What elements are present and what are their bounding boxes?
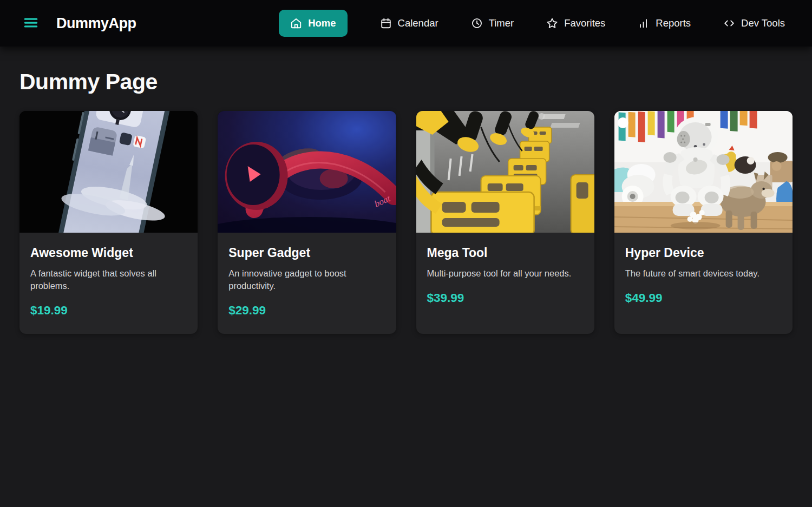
- product-image-yellow-bikes: [416, 111, 594, 233]
- bar-chart-icon: [638, 17, 650, 29]
- product-price: $29.99: [228, 304, 385, 318]
- nav-item-reports[interactable]: Reports: [638, 17, 691, 29]
- home-icon: [290, 17, 302, 29]
- nav-label: Home: [308, 17, 336, 29]
- clock-icon: [471, 17, 483, 29]
- main-nav: Home Calendar Timer: [279, 10, 785, 37]
- product-card-body: Mega Tool Multi-purpose tool for all you…: [416, 233, 594, 321]
- product-price: $39.99: [427, 291, 584, 305]
- nav-label: Calendar: [398, 17, 438, 29]
- page-title: Dummy Page: [19, 69, 793, 95]
- product-card-awesome-widget: Awesome Widget A fantastic widget that s…: [19, 111, 198, 334]
- product-card-body: Super Gadget An innovative gadget to boo…: [218, 233, 396, 334]
- product-name: Awesome Widget: [30, 246, 187, 260]
- app-title: DummyApp: [56, 15, 136, 32]
- app-header: DummyApp Home Calendar: [0, 0, 812, 47]
- nav-label: Favorites: [564, 17, 605, 29]
- product-image-smartphone: [19, 111, 198, 233]
- product-description: Multi-purpose tool for all your needs.: [427, 267, 584, 280]
- nav-item-timer[interactable]: Timer: [471, 17, 514, 29]
- nav-item-favorites[interactable]: Favorites: [546, 17, 605, 29]
- product-card-super-gadget: boat Super Gadget An innovative gadget t…: [218, 111, 396, 334]
- nav-item-calendar[interactable]: Calendar: [380, 17, 438, 29]
- product-description: A fantastic widget that solves all probl…: [30, 267, 187, 292]
- product-image-robot: [614, 111, 793, 233]
- product-description: The future of smart devices today.: [625, 267, 782, 280]
- product-name: Mega Tool: [427, 246, 584, 260]
- product-card-hyper-device: Hyper Device The future of smart devices…: [614, 111, 793, 334]
- product-image-headphones: boat: [218, 111, 396, 233]
- hamburger-icon: [23, 15, 39, 32]
- product-card-body: Hyper Device The future of smart devices…: [614, 233, 793, 321]
- product-price: $49.99: [625, 291, 782, 305]
- product-card-body: Awesome Widget A fantastic widget that s…: [19, 233, 198, 334]
- nav-label: Dev Tools: [741, 17, 785, 29]
- product-description: An innovative gadget to boost productivi…: [228, 267, 385, 292]
- product-name: Super Gadget: [228, 246, 385, 260]
- calendar-icon: [380, 17, 392, 29]
- menu-button[interactable]: [21, 12, 41, 35]
- product-grid: Awesome Widget A fantastic widget that s…: [19, 111, 793, 334]
- star-icon: [546, 17, 558, 29]
- product-price: $19.99: [30, 304, 187, 318]
- nav-label: Reports: [656, 17, 691, 29]
- product-card-mega-tool: Mega Tool Multi-purpose tool for all you…: [416, 111, 594, 334]
- nav-item-dev-tools[interactable]: Dev Tools: [723, 17, 785, 29]
- nav-item-home[interactable]: Home: [279, 10, 347, 37]
- product-name: Hyper Device: [625, 246, 782, 260]
- code-icon: [723, 17, 735, 29]
- nav-label: Timer: [489, 17, 514, 29]
- main-content: Dummy Page: [0, 47, 812, 334]
